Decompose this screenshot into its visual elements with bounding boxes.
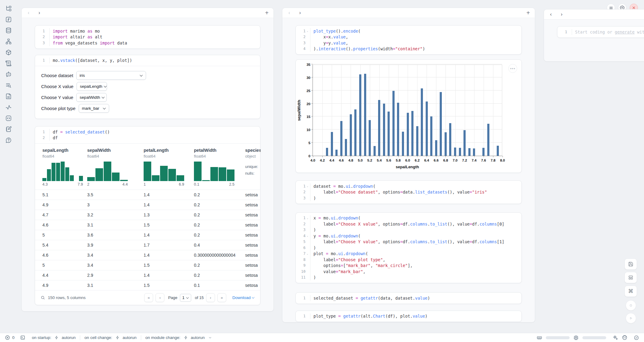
code-cell-dataset[interactable]: 1⌄dataset = mo.ui.dropdown(2 label="Choo…: [295, 180, 522, 204]
table-row[interactable]: 4.93.11.50.1setosa: [35, 280, 261, 290]
sparkles-icon[interactable]: [612, 335, 618, 340]
runtime-setting-2[interactable]: on module change:autorun: [145, 335, 212, 340]
y-tick-mark: [311, 90, 313, 91]
fold-chevron-icon[interactable]: ⌄: [306, 252, 309, 255]
fold-chevron-icon[interactable]: ⌄: [306, 185, 309, 187]
file-tree-icon[interactable]: [5, 5, 12, 12]
column-header-petalLength[interactable]: petalLengthfloat6416.9: [144, 148, 194, 187]
line-number: 2: [38, 35, 45, 39]
page-number-select[interactable]: 1: [180, 294, 191, 302]
document-icon[interactable]: [5, 93, 12, 100]
code-cell-selected-dataset[interactable]: 1selected_dataset = getattr(data, datase…: [295, 292, 522, 304]
memory-icon[interactable]: [537, 335, 542, 340]
vstack-code-area[interactable]: 1mo.vstack([dataset, x, y, plot]): [35, 55, 260, 66]
run-button[interactable]: [626, 313, 636, 323]
code-text: import altair as alt: [50, 34, 102, 39]
network-icon[interactable]: [5, 38, 12, 45]
runtime-setting-1[interactable]: on cell change:autorun: [84, 335, 137, 340]
x-tick-label: 7.4: [470, 159, 479, 162]
command-palette-button[interactable]: ⌘: [624, 286, 637, 297]
next-page-button[interactable]: ›: [206, 293, 215, 302]
table-row[interactable]: 53.61.40.2setosa: [35, 230, 261, 240]
column-next-button[interactable]: ›: [560, 12, 564, 17]
save-button[interactable]: [624, 258, 637, 270]
generate-link[interactable]: generate: [615, 30, 635, 34]
table-row[interactable]: 4.42.91.40.2setosa: [35, 270, 261, 280]
assistant-icon[interactable]: [622, 335, 628, 340]
first-page-button[interactable]: «: [144, 293, 153, 302]
table-cell: 1.4: [144, 202, 194, 207]
y-tick-mark: [311, 129, 313, 130]
line-number: 6: [298, 246, 306, 250]
table-row[interactable]: 4.63.11.50.2setosa: [35, 220, 261, 230]
code-cell-plot-type[interactable]: 1plot_type = getattr(alt.Chart(df), plot…: [295, 311, 522, 322]
prev-page-button[interactable]: ‹: [156, 293, 164, 302]
text-search-icon[interactable]: [5, 82, 12, 89]
column-prev-button[interactable]: ‹: [549, 12, 553, 17]
line-number: 1: [298, 184, 306, 188]
add-cell-button[interactable]: +: [265, 10, 269, 16]
terminal-button[interactable]: [20, 335, 25, 340]
stop-button[interactable]: [626, 300, 636, 311]
fold-chevron-icon[interactable]: ⌄: [306, 217, 309, 219]
notebook-pen-icon[interactable]: [5, 126, 12, 133]
function-icon[interactable]: [5, 16, 12, 23]
choose-dataset-select[interactable]: iris: [76, 71, 146, 80]
empty-code-cell[interactable]: 1 Start coding or generate with: [557, 26, 644, 38]
cpu-icon[interactable]: [573, 335, 579, 340]
fold-chevron-icon[interactable]: ⌄: [306, 30, 309, 32]
page-label: Page: [168, 295, 177, 300]
code-line: 1mo.vstack([dataset, x, y, plot]): [35, 58, 260, 64]
activity-icon[interactable]: [5, 104, 12, 111]
status-right: [537, 335, 639, 340]
table-row[interactable]: 5.43.91.70.4setosa: [35, 240, 261, 250]
x-tick-label: 6.0: [403, 159, 412, 162]
column-header-petalWidth[interactable]: petalWidthfloat640.12.5: [194, 148, 245, 187]
last-page-button[interactable]: »: [217, 293, 226, 302]
column-name: petalLength: [144, 148, 194, 154]
bar-chart[interactable]: sepalWidth sepalLength 051015202530354.0…: [313, 65, 502, 156]
choose-y-value-select[interactable]: sepalWidth: [76, 93, 107, 102]
table-row[interactable]: 4.73.21.30.2setosa: [35, 210, 261, 220]
code-line: 3): [296, 195, 521, 201]
search-icon[interactable]: [41, 295, 45, 300]
code-line: 4⌄y = mo.ui.dropdown(: [296, 233, 521, 239]
table-row[interactable]: 4.931.40.2setosa: [35, 200, 261, 210]
code-cell-dropdowns[interactable]: 1⌄x = mo.ui.dropdown(2 label="Choose X v…: [295, 212, 522, 283]
column-header-sepalWidth[interactable]: sepalWidthfloat6424.4: [87, 148, 144, 187]
column-next-button[interactable]: ›: [37, 10, 41, 15]
download-button[interactable]: Download: [232, 295, 255, 300]
choose-plot-type-select[interactable]: mark_bar: [79, 104, 109, 113]
errors-indicator[interactable]: 0: [5, 335, 15, 340]
fold-chevron-icon[interactable]: ⌄: [306, 234, 309, 237]
check-circle-icon[interactable]: [634, 335, 639, 340]
column-prev-button[interactable]: ‹: [27, 10, 30, 15]
line-number: 2: [298, 35, 306, 39]
table-row[interactable]: 53.41.50.2setosa: [35, 260, 261, 270]
package-icon[interactable]: [5, 49, 12, 56]
code-cell-imports[interactable]: 1import marimo as mo2import altair as al…: [35, 25, 260, 49]
code-cell-plot[interactable]: 1⌄plot_type().encode(2 x=x.value,3 y=y.v…: [295, 25, 522, 55]
scroll-icon[interactable]: [5, 60, 12, 67]
table-row[interactable]: 4.63.41.40.3000000000000004setosa: [35, 250, 261, 260]
chart-actions-button[interactable]: •••: [508, 64, 517, 73]
chart-bar: [345, 139, 347, 156]
runtime-setting-0[interactable]: on startup:autorun: [32, 335, 76, 340]
choose-x-value-select[interactable]: sepalLength: [77, 82, 107, 91]
column-prev-button[interactable]: ‹: [287, 10, 291, 15]
layout-button[interactable]: [624, 272, 637, 283]
code-square-icon[interactable]: [5, 115, 12, 122]
column-header-species[interactable]: speciesobjectunique:nulls:: [245, 148, 261, 187]
column-header-sepalLength[interactable]: sepalLengthfloat644.37.9: [35, 148, 87, 187]
chart-bar: [350, 114, 352, 156]
chart-bar: [374, 146, 376, 156]
database-icon[interactable]: [5, 27, 12, 34]
table-row[interactable]: 5.13.51.40.2setosa: [35, 190, 261, 200]
df-code-area[interactable]: 1df = selected_dataset()2df: [35, 126, 260, 143]
help-bubble-icon[interactable]: [5, 137, 12, 144]
table-cell: 0.2: [194, 192, 245, 197]
add-cell-button[interactable]: +: [526, 10, 530, 16]
column-next-button[interactable]: ›: [298, 10, 302, 15]
chart-bar: [402, 132, 404, 156]
chat-bot-icon[interactable]: [5, 71, 12, 78]
